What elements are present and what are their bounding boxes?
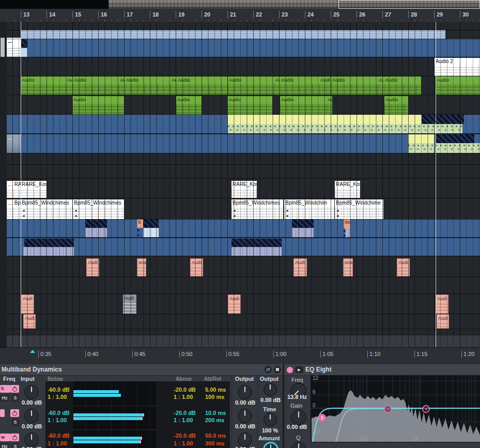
clip-audio[interactable]: Audio <box>72 96 124 115</box>
clip-blue[interactable] <box>7 219 480 237</box>
clip-bpm85-windchime[interactable]: Bpm85_Windchime <box>335 199 383 219</box>
clip-audio[interactable]: Audio <box>73 76 119 95</box>
clip-bpm85-windchimes[interactable]: Bpm85_Windchimes <box>21 199 72 219</box>
clip-audio[interactable]: Audio <box>176 96 202 115</box>
clip-audi[interactable]: Audi <box>228 295 241 314</box>
band2-output-knob[interactable] <box>238 409 252 423</box>
clip-au[interactable]: Au <box>378 76 384 95</box>
clip-notes[interactable] <box>408 143 435 153</box>
time-value[interactable]: 100 % <box>262 427 278 434</box>
clip-au[interactable]: Au <box>327 96 332 115</box>
band3-attack[interactable]: 50.0 ms <box>205 432 226 439</box>
eq-activate-icon[interactable]: ▶ <box>295 366 303 373</box>
band1-output-knob[interactable] <box>238 385 252 399</box>
band2-release[interactable]: 200 ms <box>205 417 224 423</box>
clip-rare-kos[interactable]: RARE_Kos <box>231 181 257 198</box>
band3-above-threshold[interactable]: -20.0 dB <box>174 432 196 439</box>
clip--[interactable]: ► ► <box>343 228 348 237</box>
bar-number-14[interactable]: 14 <box>47 11 55 18</box>
clip-audio[interactable]: Audio <box>280 96 327 115</box>
band1-input-value[interactable]: 0.00 dB <box>22 399 42 406</box>
clip-notes[interactable] <box>228 124 462 133</box>
clip-yellow[interactable] <box>228 115 422 124</box>
loop-marker-icon[interactable] <box>30 350 35 353</box>
clip-audi[interactable]: Audi <box>319 76 331 95</box>
clip-hatch[interactable] <box>21 39 27 48</box>
clip--ra[interactable]: … RA <box>7 181 21 198</box>
band3-input-value[interactable]: 0.00 dB <box>22 446 42 448</box>
bar-number-18[interactable]: 18 <box>150 11 159 18</box>
clip-notes[interactable] <box>436 143 480 153</box>
band2-above-threshold[interactable]: -20.0 dB <box>174 410 196 416</box>
clip-audi[interactable]: Audi <box>86 258 99 276</box>
clip-audio[interactable]: Audio <box>280 76 319 95</box>
clip-audi[interactable]: Audi <box>123 295 136 314</box>
band3-power-icon[interactable] <box>10 434 19 441</box>
hot-swap-icon[interactable]: ⇄ <box>265 366 272 373</box>
bar-number-20[interactable]: 20 <box>202 11 210 18</box>
band3-input-knob[interactable] <box>24 432 39 447</box>
bar-number-16[interactable]: 16 <box>98 11 107 18</box>
eq-freq-value[interactable]: 13.8 Hz <box>287 394 307 400</box>
clip-hatch[interactable] <box>143 219 159 228</box>
bar-number-29[interactable]: 29 <box>434 11 443 18</box>
band3-below-ratio[interactable]: 1 : 1.00 <box>48 440 67 446</box>
arrangement-overview[interactable] <box>0 0 480 9</box>
band1-below-ratio[interactable]: 1 : 1.00 <box>48 394 67 400</box>
clip-audi[interactable]: Audi <box>397 258 410 276</box>
clip-sn[interactable]: Sn <box>344 219 350 228</box>
bar-number-30[interactable]: 30 <box>460 11 469 18</box>
eq-gain-knob[interactable] <box>291 410 306 425</box>
clip-rare-kos[interactable]: RARE_Kos <box>21 181 47 198</box>
time-label-0-35[interactable]: 0:35 <box>38 351 51 358</box>
time-ruler[interactable]: 0:350:400:450:500:551:001:051:101:151:20 <box>0 347 480 365</box>
band2-above-ratio[interactable]: 1 : 1.00 <box>174 417 193 423</box>
bar-number-15[interactable]: 15 <box>72 11 81 18</box>
band2-power-icon[interactable] <box>10 409 19 417</box>
clip--bp[interactable]: … Bp <box>7 199 21 219</box>
time-label-1-20[interactable]: 1:20 <box>461 351 474 358</box>
band3-activator[interactable]: w <box>0 434 10 441</box>
bar-number-22[interactable]: 22 <box>253 11 262 18</box>
bar-number-25[interactable]: 25 <box>331 11 339 18</box>
bar-number-21[interactable]: 21 <box>227 11 236 18</box>
eq-spectrum-display[interactable]: 1260-6-121001k123 <box>311 375 480 442</box>
clip-audio[interactable]: Audio <box>227 96 272 115</box>
clip-hatch[interactable] <box>292 219 314 228</box>
clip-audio[interactable]: Audio <box>177 76 227 95</box>
band1-output-value[interactable]: 0.00 dB <box>235 399 255 406</box>
clip-au[interactable]: Au <box>274 76 280 95</box>
band1-input-knob[interactable] <box>24 385 39 399</box>
band3-output-knob[interactable] <box>238 432 252 447</box>
clip-lavender[interactable] <box>23 247 74 256</box>
clip--[interactable]: ... <box>7 134 21 153</box>
clip-yellow[interactable] <box>408 134 435 143</box>
left-scrollbar-thumb[interactable] <box>1 38 5 57</box>
clip-audio[interactable]: Audio <box>125 76 171 95</box>
clip-audio[interactable]: Audio <box>384 76 421 95</box>
band1-solo-button[interactable]: S <box>11 394 19 402</box>
band1-below-threshold[interactable]: -60.0 dB <box>48 387 70 393</box>
overview-view-rectangle[interactable] <box>338 0 480 9</box>
clip-audio-2[interactable]: Audio 2 <box>435 58 480 76</box>
band1-attack[interactable]: 5.00 ms <box>205 387 226 393</box>
eq-gain-value[interactable]: 0.00 dB <box>287 424 307 430</box>
band2-below-threshold[interactable]: -60.0 dB <box>48 410 70 416</box>
clip-hatch[interactable] <box>231 239 282 247</box>
clip-lavender[interactable] <box>85 228 107 237</box>
clip-bpm85-windchimes[interactable]: Bpm85_Windchimes <box>231 199 283 219</box>
bar-number-28[interactable]: 28 <box>408 11 417 18</box>
band1-release[interactable]: 100 ms <box>205 394 224 400</box>
eq-q-knob[interactable] <box>291 442 306 448</box>
bar-number-26[interactable]: 26 <box>357 11 365 18</box>
band3-below-threshold[interactable]: -60.0 dB <box>48 432 70 439</box>
clip-lavender[interactable] <box>231 247 282 256</box>
clip-audi[interactable]: Audi <box>190 258 203 276</box>
band2-input-knob[interactable] <box>24 409 39 423</box>
time-label-1-00[interactable]: 1:00 <box>273 351 286 358</box>
band2-input-value[interactable]: 0.00 dB <box>22 423 42 429</box>
master-output-knob[interactable] <box>264 383 277 396</box>
band2-output-value[interactable]: 0.00 dB <box>235 423 255 429</box>
save-preset-icon[interactable] <box>274 366 281 373</box>
time-label-0-45[interactable]: 0:45 <box>132 351 145 358</box>
